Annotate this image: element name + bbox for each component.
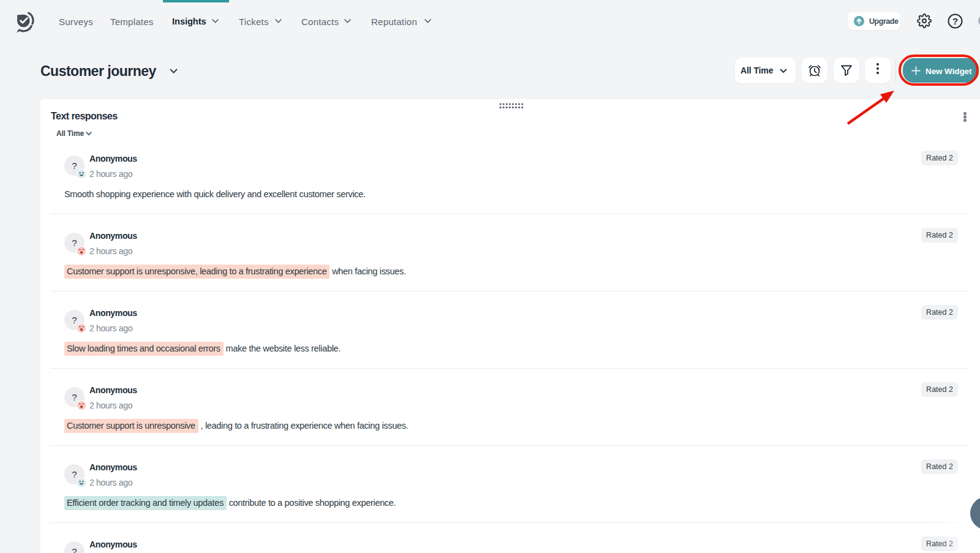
svg-text:?: ? [952,16,958,26]
